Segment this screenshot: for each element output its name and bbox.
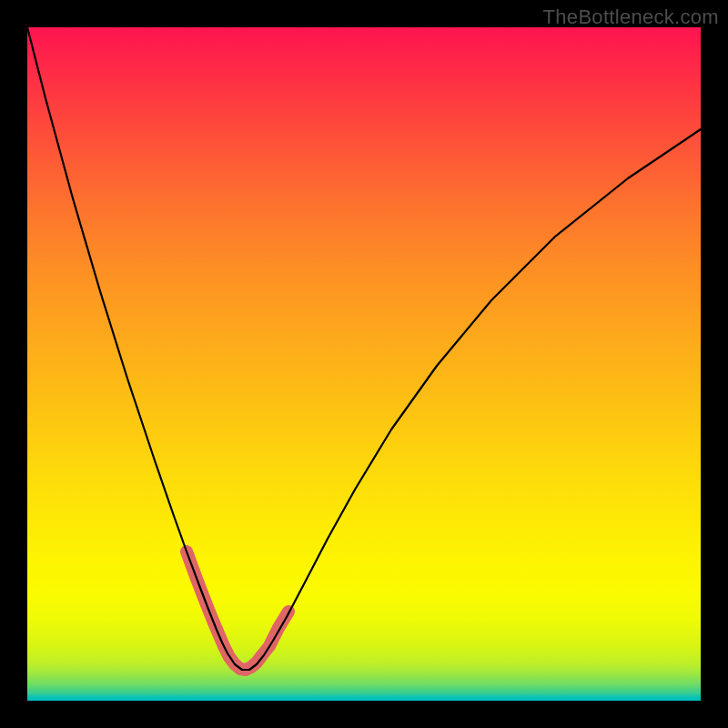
bottleneck-curve: [27, 27, 701, 670]
highlight-trough: [187, 551, 288, 670]
watermark-text: TheBottleneck.com: [543, 5, 719, 29]
chart-frame: TheBottleneck.com: [0, 0, 728, 728]
plot-area: [27, 27, 701, 701]
curve-layer: [27, 27, 701, 701]
